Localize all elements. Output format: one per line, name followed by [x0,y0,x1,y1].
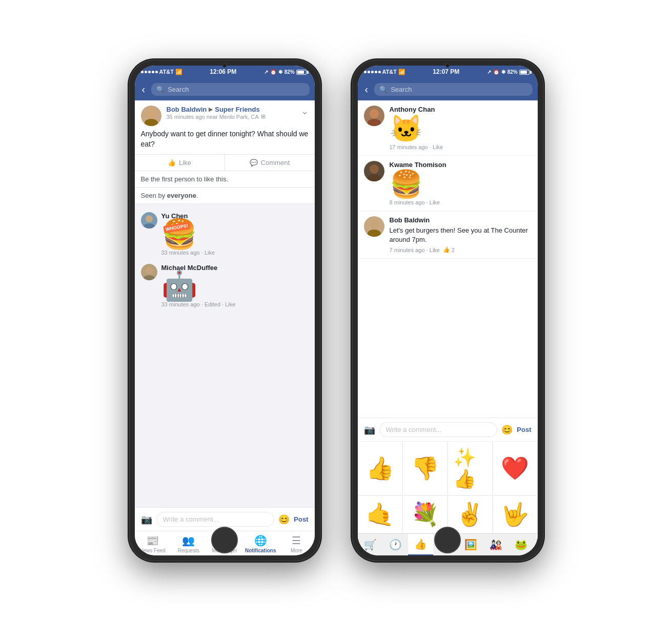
comment-yu-meta: 33 minutes ago · Like [161,250,309,256]
comment-item-anthony: Anthony Chan 🐱 17 minutes ago · Like [358,100,538,156]
comment-name-anthony: Anthony Chan [390,106,532,113]
sticker-thumbsup[interactable]: 👍 [358,441,403,495]
comment-label: Comment [261,159,290,167]
back-button-right[interactable]: ‹ [363,84,371,95]
time-left: 12:06 PM [210,68,236,75]
arrow-icon: ▶ [209,106,213,113]
comment-input-bar-right: 📷 😊 Post [358,418,538,441]
tab-notifications[interactable]: 🌐 Notifications [242,531,278,555]
more-icon: ☰ [292,534,301,547]
back-button-left[interactable]: ‹ [140,84,148,95]
sticker-tab-game[interactable]: 🎮 [534,534,538,555]
like-count-bob: 👍 2 [443,246,455,253]
sticker-shaka[interactable]: 🤙 [358,495,403,533]
svg-point-7 [368,119,381,126]
camera-icon-right[interactable]: 📷 [364,424,375,436]
sticker-peace[interactable]: ✌️ [447,495,493,533]
like-label: Like [179,159,191,167]
svg-point-11 [368,230,381,237]
tab-requests[interactable]: 👥 Requests [171,531,207,555]
emoji-button-right[interactable]: 😊 [501,424,513,436]
comment-body-kwame: Kwame Thomison 🍔 8 minutes ago · Like [390,161,532,205]
meta-kwame: 8 minutes ago · Like [390,199,532,205]
signal-dots-right [364,71,381,73]
content-right: Anthony Chan 🐱 17 minutes ago · Like [358,100,538,418]
tab-news-feed-label: News Feed [139,548,166,553]
sticker-thumbsdown[interactable]: 👎 [402,441,447,495]
sticker-grid: 👍 👎 ✨👍 ❤️ 🤙 💐 ✌️ 🤟 [358,441,538,533]
sticker-tab-photo[interactable]: 🖼️ [458,534,483,555]
sticker-tab-frog[interactable]: 🐸 [508,534,534,555]
sticker-kwame: 🍔 [390,171,532,197]
content-left: Bob Baldwin ▶ Super Friends 35 minutes a… [135,100,315,507]
camera-icon-left[interactable]: 📷 [141,514,152,525]
svg-point-0 [147,109,156,118]
post-button-right[interactable]: Post [517,426,531,433]
comment-michael-content: Michael McDuffee 🤖 33 minutes ago · Edit… [161,264,309,307]
sticker-heart[interactable]: ❤️ [493,441,538,495]
comment-michael-meta: 33 minutes ago · Edited · Like [161,301,309,307]
sticker-tab-thumbs[interactable]: 👍 [408,534,433,555]
news-feed-icon: 📰 [146,534,159,547]
time-right: 12:07 PM [433,68,459,75]
search-icon-right: 🔍 [379,86,388,93]
nav-bar-left: ‹ 🔍 [135,78,315,100]
like-icon: 👍 [168,159,176,167]
sticker-tab-dolls[interactable]: 🎎 [483,534,508,555]
search-input-left[interactable] [168,86,304,93]
search-bar-right[interactable]: 🔍 [374,83,532,96]
post-button-left[interactable]: Post [294,515,308,523]
battery-right: 82% [507,69,532,75]
status-left: AT&T 📶 [141,69,183,75]
like-button[interactable]: 👍 Like [135,155,225,171]
tab-news-feed[interactable]: 📰 News Feed [135,531,171,555]
group-name: Super Friends [215,106,259,113]
avatar-bob2 [364,216,384,237]
sticker-anthony: 🐱 [390,115,532,142]
tab-more[interactable]: ☰ More [278,531,314,555]
post-more-icon[interactable]: ⌄ [301,106,309,117]
first-like-text: Be the first person to like this. [141,175,309,183]
svg-point-5 [144,275,155,280]
post-meta: 35 minutes ago near Menlo Park, CA ⊞ [167,113,296,120]
avatar-yu [141,212,157,229]
seen-by: Seen by everyone. [135,188,315,204]
comment-input-left[interactable] [156,512,275,527]
avatar-kwame [364,161,384,181]
avatar-michael [141,264,157,280]
sticker-three-fingers[interactable]: 🤟 [493,495,538,533]
svg-point-6 [370,109,379,118]
home-button-left[interactable] [211,527,238,553]
sticker-tab-recent[interactable]: 🕐 [383,534,408,555]
tab-requests-label: Requests [178,548,199,553]
comment-name-kwame: Kwame Thomison [390,161,532,169]
notifications-icon: 🌐 [254,534,267,547]
sticker-tab-cart[interactable]: 🛒 [358,534,383,555]
search-bar-left[interactable]: 🔍 [151,83,309,96]
comment-item-kwame: Kwame Thomison 🍔 8 minutes ago · Like [358,156,538,211]
comment-yu-content: Yu Chen 🍔 WHOOPS! 33 minutes ago · Like [161,212,309,256]
comment-input-right[interactable] [379,422,498,437]
emoji-button-left[interactable]: 😊 [278,514,290,525]
status-right-left: ↗ ⏰ ✱ 82% [264,69,309,75]
svg-point-9 [368,174,381,181]
svg-point-10 [370,220,379,229]
carrier-right: AT&T [382,69,397,75]
author-name: Bob Baldwin [167,106,207,113]
comment-item-bob: Bob Baldwin Let's get burgers then! See … [358,211,538,259]
home-button-right[interactable] [434,527,461,553]
avatar-anthony [364,106,384,126]
comment-michael-sticker: 🤖 [161,272,309,300]
comment-button[interactable]: 💬 Comment [225,155,315,171]
post-actions: 👍 Like 💬 Comment [135,154,315,171]
screen-left: AT&T 📶 12:06 PM ↗ ⏰ ✱ 82% [135,66,315,555]
post-info: Bob Baldwin ▶ Super Friends 35 minutes a… [167,106,296,120]
sticker-flowers[interactable]: 💐 [402,495,447,533]
sticker-sparkle-thumbs[interactable]: ✨👍 [447,441,493,495]
phones-container: AT&T 📶 12:06 PM ↗ ⏰ ✱ 82% [129,59,544,562]
search-input-right[interactable] [391,86,527,93]
post-author-line: Bob Baldwin ▶ Super Friends [167,106,296,113]
requests-icon: 👥 [182,534,195,547]
camera-left [222,64,227,68]
comment-yu: Yu Chen 🍔 WHOOPS! 33 minutes ago · Like [135,208,315,260]
